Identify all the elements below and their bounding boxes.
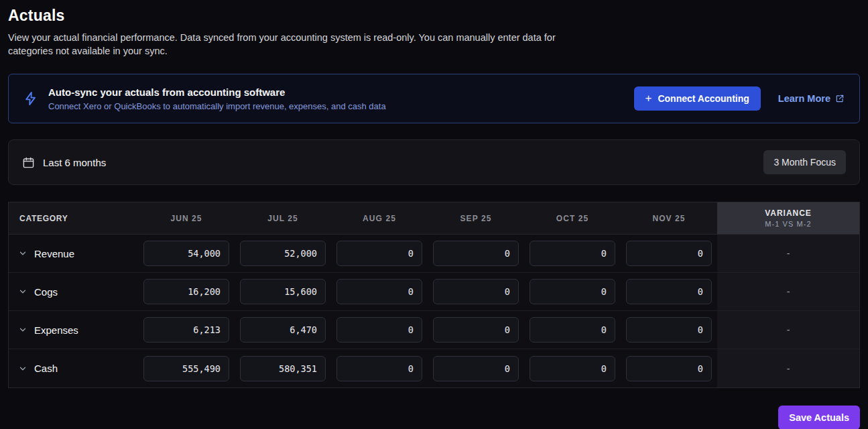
actual-input[interactable] [240,241,326,266]
row-toggle-cash[interactable]: Cash [9,349,138,387]
table-cell [428,273,524,310]
variance-value: - [717,349,859,387]
actual-input[interactable] [626,356,712,381]
autosync-banner: Auto-sync your actuals from accounting s… [8,74,860,123]
variance-value: - [717,311,859,349]
banner-title: Auto-sync your actuals from accounting s… [48,86,386,98]
row-toggle-revenue[interactable]: Revenue [9,235,138,272]
actual-input[interactable] [433,279,519,304]
table-cell [621,311,717,349]
actuals-table: CATEGORY JUN 25 JUL 25 AUG 25 SEP 25 OCT… [8,202,860,388]
learn-more-link[interactable]: Learn More [778,93,845,104]
actual-input[interactable] [530,241,615,266]
table-cell [138,273,235,310]
column-header-month: NOV 25 [621,202,717,234]
connect-accounting-label: Connect Accounting [658,93,749,104]
table-cell [235,349,331,387]
actual-input[interactable] [240,356,326,381]
table-cell [428,349,524,387]
column-header-month: SEP 25 [428,202,524,234]
chevron-down-icon [18,249,27,258]
connect-accounting-button[interactable]: + Connect Accounting [634,86,761,111]
table-cell [524,235,621,272]
banner-left: Auto-sync your actuals from accounting s… [23,86,386,111]
date-range-toolbar: Last 6 months 3 Month Focus [8,139,860,185]
row-label: Expenses [34,324,78,336]
row-toggle-expenses[interactable]: Expenses [9,311,138,349]
table-cell [331,349,428,387]
table-cell [235,235,331,272]
actual-input[interactable] [626,317,712,343]
actual-input[interactable] [240,317,326,343]
table-cell [235,273,331,310]
banner-text: Auto-sync your actuals from accounting s… [48,86,386,111]
table-cell [331,311,428,349]
table-cell [331,235,428,272]
actual-input[interactable] [433,241,519,266]
actual-input[interactable] [433,356,519,381]
actual-input[interactable] [143,317,229,343]
table-header-row: CATEGORY JUN 25 JUL 25 AUG 25 SEP 25 OCT… [9,202,859,235]
actual-input[interactable] [336,317,422,343]
table-cell [621,235,717,272]
table-cell [138,349,235,387]
variance-header-subtitle: M-1 VS M-2 [765,220,812,228]
plus-icon: + [645,93,652,104]
chevron-down-icon [18,287,27,296]
save-actuals-button[interactable]: Save Actuals [778,406,860,429]
lightning-icon [23,91,38,106]
actuals-page: Actuals View your actual financial perfo… [0,7,868,429]
page-title: Actuals [8,7,860,25]
column-header-month: AUG 25 [331,202,428,234]
calendar-icon [22,156,35,169]
column-header-month: JUL 25 [235,202,331,234]
table-row-cogs: Cogs - [9,273,859,311]
actual-input[interactable] [240,279,326,304]
table-cell [235,311,331,349]
actual-input[interactable] [626,279,712,304]
chevron-down-icon [18,325,27,334]
table-cell [524,349,621,387]
variance-header-title: VARIANCE [765,208,811,218]
table-cell [621,273,717,310]
row-toggle-cogs[interactable]: Cogs [9,273,138,310]
actual-input[interactable] [143,356,229,381]
learn-more-label: Learn More [778,93,830,104]
column-header-month: JUN 25 [138,202,235,234]
table-cell [331,273,428,310]
column-header-category: CATEGORY [9,202,138,234]
actual-input[interactable] [336,241,422,266]
three-month-focus-button[interactable]: 3 Month Focus [763,150,846,174]
actual-input[interactable] [336,356,422,381]
actual-input[interactable] [530,279,615,304]
table-row-cash: Cash - [9,349,859,387]
table-cell [524,311,621,349]
actual-input[interactable] [143,279,229,304]
actual-input[interactable] [143,241,229,266]
table-cell [138,235,235,272]
row-label: Cash [34,363,58,374]
table-cell [428,235,524,272]
table-cell [428,311,524,349]
footer: Save Actuals [8,406,860,429]
table-cell [524,273,621,310]
row-label: Cogs [34,286,58,298]
page-subtitle: View your actual financial performance. … [8,31,584,58]
date-range-selector[interactable]: Last 6 months [22,156,106,169]
table-cell [621,349,717,387]
variance-value: - [717,235,859,272]
table-row-expenses: Expenses - [9,311,859,349]
actual-input[interactable] [433,317,519,343]
date-range-label: Last 6 months [43,157,106,168]
row-label: Revenue [34,248,74,259]
actual-input[interactable] [530,356,615,381]
table-cell [138,311,235,349]
chevron-down-icon [18,364,27,373]
table-row-revenue: Revenue - [9,235,859,273]
banner-subtitle: Connect Xero or QuickBooks to automatica… [48,101,386,111]
actual-input[interactable] [336,279,422,304]
actual-input[interactable] [626,241,712,266]
column-header-variance: VARIANCE M-1 VS M-2 [717,202,859,234]
actual-input[interactable] [530,317,615,343]
variance-value: - [717,273,859,310]
